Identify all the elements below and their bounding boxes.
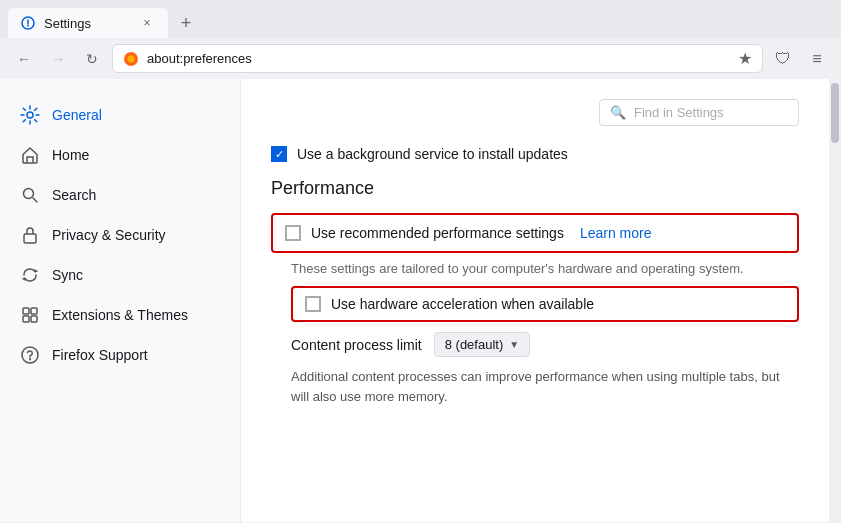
background-service-checkbox[interactable]: ✓ — [271, 146, 287, 162]
scrollbar-track[interactable] — [829, 79, 841, 522]
tab-title: Settings — [44, 16, 130, 31]
sidebar-item-home[interactable]: Home — [0, 135, 240, 175]
svg-rect-6 — [23, 308, 29, 314]
sidebar: General Home Search — [0, 79, 240, 522]
sidebar-label-search: Search — [52, 187, 96, 203]
search-icon — [20, 185, 40, 205]
forward-button[interactable]: → — [44, 45, 72, 73]
settings-tab[interactable]: Settings × — [8, 8, 168, 38]
hardware-accel-checkbox[interactable] — [305, 296, 321, 312]
address-text: about:preferences — [147, 51, 730, 66]
svg-point-4 — [24, 189, 34, 199]
shield-button[interactable]: 🛡 — [769, 45, 797, 73]
background-service-setting: ✓ Use a background service to install up… — [271, 146, 799, 162]
svg-rect-7 — [31, 308, 37, 314]
find-in-settings-container: 🔍 Find in Settings — [271, 99, 799, 126]
privacy-icon — [20, 225, 40, 245]
nav-bar: ← → ↻ about:preferences ★ 🛡 ≡ — [0, 38, 841, 79]
tab-favicon — [20, 15, 36, 31]
select-arrow-icon: ▼ — [509, 339, 519, 350]
content-process-label: Content process limit — [291, 337, 422, 353]
svg-rect-9 — [31, 316, 37, 322]
home-icon — [20, 145, 40, 165]
find-input-placeholder: Find in Settings — [634, 105, 724, 120]
reload-button[interactable]: ↻ — [78, 45, 106, 73]
svg-point-3 — [27, 112, 33, 118]
general-icon — [20, 105, 40, 125]
main-area: General Home Search — [0, 79, 841, 522]
address-favicon — [123, 51, 139, 67]
recommended-settings-row: Use recommended performance settings Lea… — [271, 213, 799, 253]
sidebar-item-sync[interactable]: Sync — [0, 255, 240, 295]
learn-more-link[interactable]: Learn more — [580, 225, 652, 241]
content-process-select[interactable]: 8 (default) ▼ — [434, 332, 530, 357]
content-area: 🔍 Find in Settings ✓ Use a background se… — [240, 79, 829, 522]
bookmark-star-icon[interactable]: ★ — [738, 49, 752, 68]
menu-button[interactable]: ≡ — [803, 45, 831, 73]
performance-helper-text: These settings are tailored to your comp… — [291, 261, 799, 276]
sidebar-item-privacy[interactable]: Privacy & Security — [0, 215, 240, 255]
back-button[interactable]: ← — [10, 45, 38, 73]
address-bar[interactable]: about:preferences ★ — [112, 44, 763, 73]
sidebar-item-extensions[interactable]: Extensions & Themes — [0, 295, 240, 335]
recommended-settings-label: Use recommended performance settings — [311, 225, 564, 241]
sidebar-label-privacy: Privacy & Security — [52, 227, 166, 243]
content-process-value: 8 (default) — [445, 337, 504, 352]
sidebar-label-sync: Sync — [52, 267, 83, 283]
toolbar-right: 🛡 ≡ — [769, 45, 831, 73]
support-icon — [20, 345, 40, 365]
recommended-settings-checkbox[interactable] — [285, 225, 301, 241]
background-service-label: Use a background service to install upda… — [297, 146, 568, 162]
find-in-settings-input[interactable]: 🔍 Find in Settings — [599, 99, 799, 126]
scrollbar-thumb[interactable] — [831, 83, 839, 143]
performance-section: Performance Use recommended performance … — [271, 178, 799, 406]
checkbox-check-icon: ✓ — [275, 148, 284, 161]
extensions-icon — [20, 305, 40, 325]
svg-point-10 — [22, 347, 38, 363]
sidebar-label-support: Firefox Support — [52, 347, 148, 363]
sidebar-label-extensions: Extensions & Themes — [52, 307, 188, 323]
browser-chrome: Settings × + ← → ↻ about:preferences ★ 🛡… — [0, 0, 841, 79]
tab-close-button[interactable]: × — [138, 14, 156, 32]
content-process-row: Content process limit 8 (default) ▼ — [291, 332, 799, 357]
sidebar-label-general: General — [52, 107, 102, 123]
new-tab-button[interactable]: + — [172, 9, 200, 37]
find-search-icon: 🔍 — [610, 105, 626, 120]
additional-processes-text: Additional content processes can improve… — [291, 367, 799, 406]
sidebar-item-general[interactable]: General — [0, 95, 240, 135]
sidebar-item-search[interactable]: Search — [0, 175, 240, 215]
hardware-accel-label: Use hardware acceleration when available — [331, 296, 594, 312]
svg-rect-8 — [23, 316, 29, 322]
svg-point-2 — [128, 55, 135, 62]
performance-title: Performance — [271, 178, 799, 199]
svg-rect-5 — [24, 234, 36, 243]
sidebar-item-support[interactable]: Firefox Support — [0, 335, 240, 375]
hardware-accel-row: Use hardware acceleration when available — [291, 286, 799, 322]
tab-bar: Settings × + — [0, 0, 841, 38]
sidebar-label-home: Home — [52, 147, 89, 163]
sync-icon — [20, 265, 40, 285]
